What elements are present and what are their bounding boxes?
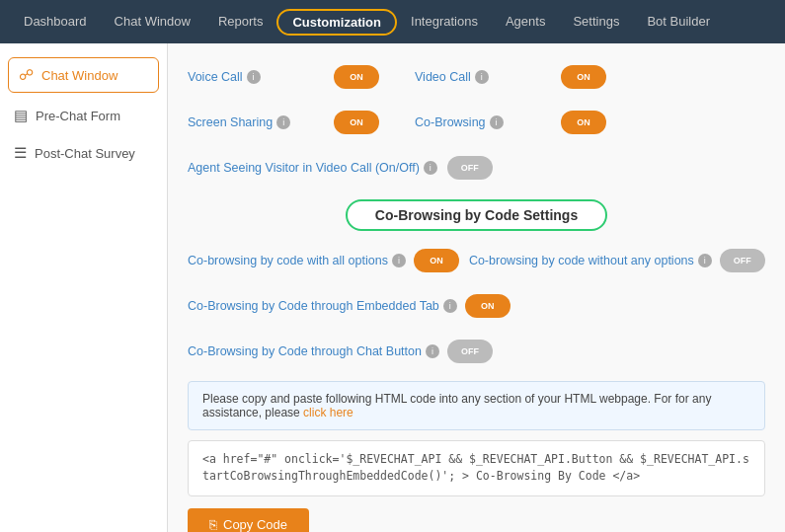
voice-call-label: Voice Call i [188,70,326,84]
sidebar-item-post-chat-survey[interactable]: ☰ Post-Chat Survey [0,134,167,172]
section-title-wrap: Co-Browsing by Code Settings [188,199,765,231]
code-all-options-label: Co-browsing by code with all options i [188,254,406,267]
toggle-co-browsing: Co-Browsing i ON [415,105,632,140]
co-browsing-toggle[interactable]: ON [561,111,606,134]
copy-button-label: Copy Code [223,517,287,532]
embedded-tab-label: Co-Browsing by Code through Embedded Tab… [188,299,457,313]
code-block: <a href="#" onclick='$_REVECHAT_API && $… [188,440,765,496]
section-title: Co-Browsing by Code Settings [346,199,607,231]
survey-icon: ☰ [14,144,27,162]
code-no-options-info-icon[interactable]: i [698,254,712,267]
voice-call-toggle[interactable]: ON [334,65,379,89]
sidebar-label-pre-chat: Pre-Chat Form [36,109,120,123]
nav-chat-window[interactable]: Chat Window [101,0,204,43]
code-no-options-label: Co-browsing by code without any options … [469,254,712,267]
code-all-options-toggle[interactable]: ON [414,249,459,272]
embedded-tab-toggle[interactable]: ON [465,294,510,318]
toggle-code-all-options: Co-browsing by code with all options i O… [188,243,459,278]
main-content: Voice Call i ON Video Call i ON Screen S… [168,43,785,532]
nav-integrations[interactable]: Integrations [397,0,492,43]
co-browsing-label: Co-Browsing i [415,115,553,129]
screen-sharing-info-icon[interactable]: i [276,115,290,129]
toggle-embedded-tab: Co-Browsing by Code through Embedded Tab… [188,288,510,324]
nav-agents[interactable]: Agents [492,0,559,43]
toggle-row-1: Voice Call i ON Video Call i ON [188,59,765,95]
chat-button-label: Co-Browsing by Code through Chat Button … [188,344,439,358]
chat-button-toggle[interactable]: OFF [447,340,493,363]
copy-icon: ⎘ [209,517,217,532]
code-toggle-row-1: Co-browsing by code with all options i O… [188,243,765,278]
info-text: Please copy and paste following HTML cod… [202,392,711,419]
agent-video-toggle-row: Agent Seeing Visitor in Video Call (On/O… [188,150,765,186]
sidebar-label-post-chat: Post-Chat Survey [35,146,135,161]
toggle-row-2: Screen Sharing i ON Co-Browsing i ON [188,105,765,140]
info-box: Please copy and paste following HTML cod… [188,381,765,430]
screen-sharing-label: Screen Sharing i [188,115,326,129]
toggle-code-no-options: Co-browsing by code without any options … [469,243,765,278]
agent-video-toggle[interactable]: OFF [447,156,493,180]
agent-video-info-icon[interactable]: i [424,161,437,175]
nav-settings[interactable]: Settings [559,0,633,43]
copy-code-button[interactable]: ⎘ Copy Code [188,508,309,533]
sidebar: ☍ Chat Window ▤ Pre-Chat Form ☰ Post-Cha… [0,43,168,532]
toggle-video-call: Video Call i ON [415,59,632,95]
code-toggle-row-2: Co-Browsing by Code through Embedded Tab… [188,288,765,369]
voice-call-info-icon[interactable]: i [247,70,261,84]
video-call-info-icon[interactable]: i [475,70,489,84]
chat-button-info-icon[interactable]: i [426,344,439,358]
code-no-options-toggle[interactable]: OFF [720,249,765,272]
toggle-chat-button: Co-Browsing by Code through Chat Button … [188,334,493,369]
video-call-toggle[interactable]: ON [561,65,606,89]
chat-icon: ☍ [19,66,34,84]
toggle-screen-sharing: Screen Sharing i ON [188,105,405,140]
nav-customization[interactable]: Customization [276,9,397,36]
agent-video-label: Agent Seeing Visitor in Video Call (On/O… [188,161,437,175]
co-browsing-info-icon[interactable]: i [490,115,504,129]
code-all-options-info-icon[interactable]: i [392,254,406,267]
screen-sharing-toggle[interactable]: ON [334,111,379,134]
nav-bot-builder[interactable]: Bot Builder [633,0,724,43]
nav-dashboard[interactable]: Dashboard [10,0,101,43]
sidebar-label-chat-window: Chat Window [41,68,118,83]
toggle-voice-call: Voice Call i ON [188,59,405,95]
sidebar-item-pre-chat-form[interactable]: ▤ Pre-Chat Form [0,97,167,134]
nav-reports[interactable]: Reports [204,0,277,43]
form-icon: ▤ [14,107,28,124]
embedded-tab-info-icon[interactable]: i [443,299,457,313]
sidebar-item-chat-window[interactable]: ☍ Chat Window [8,57,159,93]
top-navigation: Dashboard Chat Window Reports Customizat… [0,0,785,43]
click-here-link[interactable]: click here [303,406,353,419]
video-call-label: Video Call i [415,70,553,84]
